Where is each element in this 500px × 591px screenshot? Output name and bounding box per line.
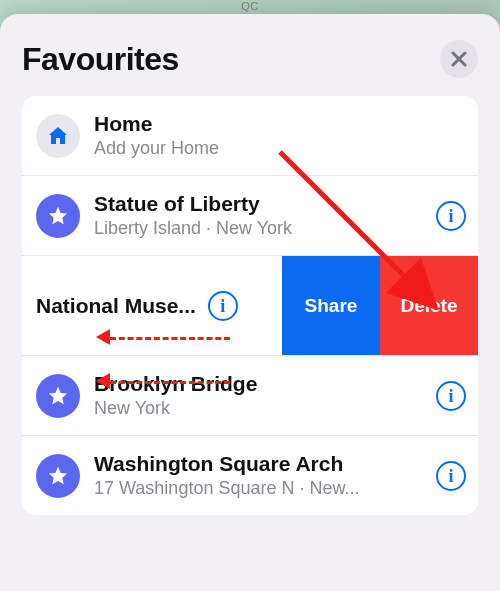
annotation-arrowhead: [96, 329, 110, 345]
map-label: QC: [241, 0, 259, 12]
list-item-title: Washington Square Arch: [94, 452, 430, 476]
list-item[interactable]: Washington Square Arch 17 Washington Squ…: [22, 435, 478, 515]
list-item-swiped[interactable]: National Muse... i Share Delete: [22, 255, 478, 355]
page-title: Favourites: [22, 41, 179, 78]
list-item[interactable]: Statue of Liberty Liberty Island · New Y…: [22, 175, 478, 255]
annotation-arrowhead: [96, 373, 110, 389]
close-button[interactable]: [440, 40, 478, 78]
favourites-sheet: Favourites Home Add your Home Statue of …: [0, 14, 500, 591]
star-icon: [36, 374, 80, 418]
list-item-subtitle: Add your Home: [94, 138, 466, 159]
list-item-title: Statue of Liberty: [94, 192, 430, 216]
list-item-title: Brooklyn Bridge: [94, 372, 430, 396]
info-button[interactable]: i: [436, 461, 466, 491]
close-icon: [451, 51, 467, 67]
share-button[interactable]: Share: [282, 256, 380, 355]
list-item-subtitle: Liberty Island · New York: [94, 218, 430, 239]
list-item-home[interactable]: Home Add your Home: [22, 96, 478, 175]
info-button[interactable]: i: [436, 201, 466, 231]
list-item-subtitle: 17 Washington Square N · New...: [94, 478, 430, 499]
info-icon: i: [448, 207, 453, 225]
list-item-title: National Muse...: [36, 294, 196, 318]
list-item-title: Home: [94, 112, 466, 136]
info-button[interactable]: i: [436, 381, 466, 411]
annotation-swipe-arrow-top: [110, 337, 230, 340]
home-icon: [36, 114, 80, 158]
star-icon: [36, 454, 80, 498]
list-item-text: Brooklyn Bridge New York: [94, 372, 430, 419]
sheet-header: Favourites: [0, 14, 500, 96]
list-item-subtitle: New York: [94, 398, 430, 419]
list-item-text: Washington Square Arch 17 Washington Squ…: [94, 452, 430, 499]
info-icon: i: [448, 467, 453, 485]
swiped-content: National Muse... i: [22, 256, 282, 355]
delete-button[interactable]: Delete: [380, 256, 478, 355]
list-item-text: Statue of Liberty Liberty Island · New Y…: [94, 192, 430, 239]
list-item[interactable]: Brooklyn Bridge New York i: [22, 355, 478, 435]
list-item-text: Home Add your Home: [94, 112, 466, 159]
swipe-actions: Share Delete: [282, 256, 478, 355]
star-icon: [36, 194, 80, 238]
favourites-list: Home Add your Home Statue of Liberty Lib…: [22, 96, 478, 515]
info-button[interactable]: i: [208, 291, 238, 321]
info-icon: i: [220, 297, 225, 315]
info-icon: i: [448, 387, 453, 405]
annotation-swipe-arrow-bottom: [110, 381, 230, 384]
